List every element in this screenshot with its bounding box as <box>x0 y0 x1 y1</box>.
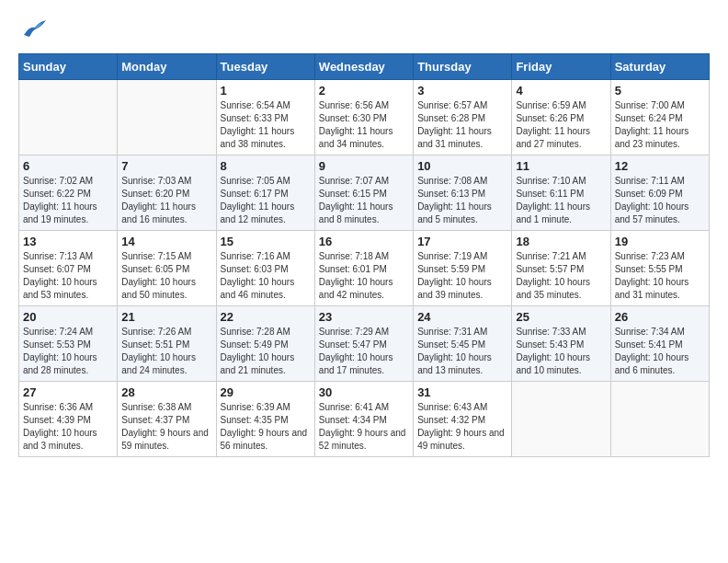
calendar-header-row: SundayMondayTuesdayWednesdayThursdayFrid… <box>19 54 710 80</box>
day-info: Sunrise: 7:05 AM Sunset: 6:17 PM Dayligh… <box>221 175 311 226</box>
calendar-cell: 8Sunrise: 7:05 AM Sunset: 6:17 PM Daylig… <box>216 155 314 231</box>
day-number: 10 <box>417 159 507 173</box>
day-info: Sunrise: 7:07 AM Sunset: 6:15 PM Dayligh… <box>319 175 409 226</box>
calendar-cell: 29Sunrise: 6:39 AM Sunset: 4:35 PM Dayli… <box>216 382 314 457</box>
day-number: 28 <box>121 385 211 399</box>
day-number: 8 <box>221 159 311 173</box>
day-number: 4 <box>516 84 606 98</box>
day-info: Sunrise: 7:03 AM Sunset: 6:20 PM Dayligh… <box>121 175 211 226</box>
day-info: Sunrise: 7:16 AM Sunset: 6:03 PM Dayligh… <box>221 250 311 302</box>
day-info: Sunrise: 7:15 AM Sunset: 6:05 PM Dayligh… <box>121 250 211 302</box>
calendar-cell: 14Sunrise: 7:15 AM Sunset: 6:05 PM Dayli… <box>118 231 216 306</box>
day-info: Sunrise: 7:29 AM Sunset: 5:47 PM Dayligh… <box>319 326 409 377</box>
day-number: 15 <box>221 235 311 248</box>
day-number: 17 <box>417 235 507 248</box>
day-info: Sunrise: 7:19 AM Sunset: 5:59 PM Dayligh… <box>417 250 507 302</box>
day-info: Sunrise: 6:36 AM Sunset: 4:39 PM Dayligh… <box>23 401 113 453</box>
calendar-cell: 24Sunrise: 7:31 AM Sunset: 5:45 PM Dayli… <box>414 306 512 382</box>
calendar-cell: 4Sunrise: 6:59 AM Sunset: 6:26 PM Daylig… <box>512 80 610 155</box>
day-number: 11 <box>516 159 606 173</box>
calendar-cell: 2Sunrise: 6:56 AM Sunset: 6:30 PM Daylig… <box>314 80 413 155</box>
calendar-week-5: 27Sunrise: 6:36 AM Sunset: 4:39 PM Dayli… <box>19 382 710 457</box>
header-day-sunday: Sunday <box>19 54 118 80</box>
calendar-cell <box>610 382 709 457</box>
header-day-saturday: Saturday <box>610 54 709 80</box>
calendar-cell: 10Sunrise: 7:08 AM Sunset: 6:13 PM Dayli… <box>414 155 512 231</box>
day-number: 12 <box>615 159 705 173</box>
day-info: Sunrise: 7:11 AM Sunset: 6:09 PM Dayligh… <box>615 175 705 226</box>
day-number: 5 <box>615 84 705 98</box>
calendar-cell: 13Sunrise: 7:13 AM Sunset: 6:07 PM Dayli… <box>19 231 118 306</box>
calendar-cell: 26Sunrise: 7:34 AM Sunset: 5:41 PM Dayli… <box>610 306 709 382</box>
calendar-week-3: 13Sunrise: 7:13 AM Sunset: 6:07 PM Dayli… <box>19 231 710 306</box>
calendar-cell: 20Sunrise: 7:24 AM Sunset: 5:53 PM Dayli… <box>19 306 118 382</box>
day-number: 1 <box>221 84 311 98</box>
logo <box>18 18 46 39</box>
day-number: 30 <box>319 385 409 399</box>
calendar-table: SundayMondayTuesdayWednesdayThursdayFrid… <box>18 53 710 457</box>
calendar-cell: 19Sunrise: 7:23 AM Sunset: 5:55 PM Dayli… <box>610 231 709 306</box>
day-number: 2 <box>319 84 409 98</box>
calendar-cell: 27Sunrise: 6:36 AM Sunset: 4:39 PM Dayli… <box>19 382 118 457</box>
calendar-cell: 3Sunrise: 6:57 AM Sunset: 6:28 PM Daylig… <box>414 80 512 155</box>
day-info: Sunrise: 7:26 AM Sunset: 5:51 PM Dayligh… <box>121 326 211 377</box>
day-info: Sunrise: 7:23 AM Sunset: 5:55 PM Dayligh… <box>615 250 705 302</box>
calendar-cell: 28Sunrise: 6:38 AM Sunset: 4:37 PM Dayli… <box>118 382 216 457</box>
day-info: Sunrise: 7:34 AM Sunset: 5:41 PM Dayligh… <box>615 326 705 377</box>
day-number: 24 <box>417 310 507 324</box>
day-info: Sunrise: 7:10 AM Sunset: 6:11 PM Dayligh… <box>516 175 606 226</box>
calendar-cell: 17Sunrise: 7:19 AM Sunset: 5:59 PM Dayli… <box>414 231 512 306</box>
calendar-cell: 1Sunrise: 6:54 AM Sunset: 6:33 PM Daylig… <box>216 80 314 155</box>
day-info: Sunrise: 6:41 AM Sunset: 4:34 PM Dayligh… <box>319 401 409 453</box>
day-info: Sunrise: 7:13 AM Sunset: 6:07 PM Dayligh… <box>23 250 113 302</box>
header-day-friday: Friday <box>512 54 610 80</box>
day-number: 25 <box>516 310 606 324</box>
calendar-week-1: 1Sunrise: 6:54 AM Sunset: 6:33 PM Daylig… <box>19 80 710 155</box>
day-info: Sunrise: 6:39 AM Sunset: 4:35 PM Dayligh… <box>221 401 311 453</box>
page-header <box>18 18 710 39</box>
calendar-cell: 16Sunrise: 7:18 AM Sunset: 6:01 PM Dayli… <box>314 231 413 306</box>
day-info: Sunrise: 6:56 AM Sunset: 6:30 PM Dayligh… <box>319 99 409 151</box>
day-info: Sunrise: 6:38 AM Sunset: 4:37 PM Dayligh… <box>121 401 211 453</box>
day-info: Sunrise: 7:00 AM Sunset: 6:24 PM Dayligh… <box>615 99 705 151</box>
day-number: 19 <box>615 235 705 248</box>
day-number: 16 <box>319 235 409 248</box>
day-info: Sunrise: 7:31 AM Sunset: 5:45 PM Dayligh… <box>417 326 507 377</box>
day-number: 7 <box>121 159 211 173</box>
day-info: Sunrise: 7:08 AM Sunset: 6:13 PM Dayligh… <box>417 175 507 226</box>
calendar-cell <box>512 382 610 457</box>
day-number: 18 <box>516 235 606 248</box>
header-day-tuesday: Tuesday <box>216 54 314 80</box>
calendar-cell: 22Sunrise: 7:28 AM Sunset: 5:49 PM Dayli… <box>216 306 314 382</box>
calendar-week-4: 20Sunrise: 7:24 AM Sunset: 5:53 PM Dayli… <box>19 306 710 382</box>
day-number: 13 <box>23 235 113 248</box>
calendar-cell: 31Sunrise: 6:43 AM Sunset: 4:32 PM Dayli… <box>414 382 512 457</box>
calendar-cell: 23Sunrise: 7:29 AM Sunset: 5:47 PM Dayli… <box>314 306 413 382</box>
calendar-cell: 9Sunrise: 7:07 AM Sunset: 6:15 PM Daylig… <box>314 155 413 231</box>
day-number: 26 <box>615 310 705 324</box>
day-info: Sunrise: 7:18 AM Sunset: 6:01 PM Dayligh… <box>319 250 409 302</box>
day-info: Sunrise: 6:57 AM Sunset: 6:28 PM Dayligh… <box>417 99 507 151</box>
day-info: Sunrise: 7:02 AM Sunset: 6:22 PM Dayligh… <box>23 175 113 226</box>
day-number: 21 <box>121 310 211 324</box>
calendar-cell: 18Sunrise: 7:21 AM Sunset: 5:57 PM Dayli… <box>512 231 610 306</box>
day-info: Sunrise: 6:54 AM Sunset: 6:33 PM Dayligh… <box>221 99 311 151</box>
calendar-cell: 7Sunrise: 7:03 AM Sunset: 6:20 PM Daylig… <box>118 155 216 231</box>
calendar-week-2: 6Sunrise: 7:02 AM Sunset: 6:22 PM Daylig… <box>19 155 710 231</box>
day-info: Sunrise: 7:24 AM Sunset: 5:53 PM Dayligh… <box>23 326 113 377</box>
calendar-cell: 21Sunrise: 7:26 AM Sunset: 5:51 PM Dayli… <box>118 306 216 382</box>
calendar-cell: 30Sunrise: 6:41 AM Sunset: 4:34 PM Dayli… <box>314 382 413 457</box>
calendar-cell: 11Sunrise: 7:10 AM Sunset: 6:11 PM Dayli… <box>512 155 610 231</box>
day-number: 14 <box>121 235 211 248</box>
day-info: Sunrise: 7:21 AM Sunset: 5:57 PM Dayligh… <box>516 250 606 302</box>
day-info: Sunrise: 6:43 AM Sunset: 4:32 PM Dayligh… <box>417 401 507 453</box>
day-number: 31 <box>417 385 507 399</box>
header-day-monday: Monday <box>118 54 216 80</box>
header-day-thursday: Thursday <box>414 54 512 80</box>
day-number: 29 <box>221 385 311 399</box>
day-number: 3 <box>417 84 507 98</box>
day-number: 20 <box>23 310 113 324</box>
calendar-cell: 5Sunrise: 7:00 AM Sunset: 6:24 PM Daylig… <box>610 80 709 155</box>
header-day-wednesday: Wednesday <box>314 54 413 80</box>
day-info: Sunrise: 7:28 AM Sunset: 5:49 PM Dayligh… <box>221 326 311 377</box>
